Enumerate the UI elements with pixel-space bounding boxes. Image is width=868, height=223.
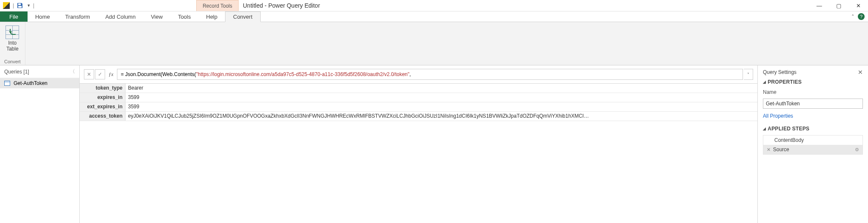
- menu-convert[interactable]: Convert: [225, 11, 261, 22]
- all-properties-link[interactable]: All Properties: [763, 113, 863, 119]
- step-label: ContentBody: [774, 137, 804, 143]
- queries-pane: Queries [1] 〈 Get-AuthToken: [0, 65, 80, 223]
- record-value: 3599: [125, 93, 757, 102]
- collapse-pane-icon[interactable]: 〈: [70, 68, 75, 75]
- record-grid: token_type Bearer expires_in 3599 ext_ex…: [80, 83, 757, 121]
- separator: |: [13, 3, 14, 8]
- settings-title: Query Settings: [763, 69, 796, 75]
- record-key: token_type: [80, 84, 125, 93]
- properties-section-header[interactable]: ◢ PROPERTIES: [763, 79, 863, 85]
- into-table-icon: [6, 25, 19, 39]
- cancel-formula-button[interactable]: ✕: [84, 69, 94, 79]
- into-table-button[interactable]: Into Table: [6, 25, 19, 52]
- applied-step[interactable]: ContentBody: [763, 135, 862, 145]
- save-icon[interactable]: [17, 2, 23, 9]
- query-item-label: Get-AuthToken: [14, 80, 47, 86]
- query-settings-pane: Query Settings ✕ ◢ PROPERTIES Name All P…: [758, 65, 868, 223]
- close-settings-icon[interactable]: ✕: [858, 69, 863, 76]
- queries-pane-title: Queries [1]: [4, 69, 29, 75]
- query-item[interactable]: Get-AuthToken: [0, 78, 79, 88]
- formula-suffix: ,: [409, 71, 411, 77]
- query-name-input[interactable]: [763, 99, 863, 109]
- menu-help[interactable]: Help: [198, 11, 225, 22]
- menu-add-column[interactable]: Add Column: [97, 11, 143, 22]
- name-label: Name: [763, 89, 863, 95]
- record-row[interactable]: token_type Bearer: [80, 84, 757, 93]
- gear-icon[interactable]: ⚙: [855, 147, 859, 152]
- triangle-down-icon: ◢: [763, 127, 766, 131]
- record-row[interactable]: access_token eyJ0eXAiOiJKV1QiLCJub25jZSI…: [80, 112, 757, 121]
- applied-step[interactable]: ✕ Source ⚙: [763, 145, 862, 154]
- record-value: 3599: [125, 102, 757, 111]
- menu-transform[interactable]: Transform: [58, 11, 98, 22]
- triangle-down-icon: ◢: [763, 80, 766, 84]
- record-value: Bearer: [125, 84, 757, 93]
- contextual-tab-label: Record Tools: [196, 0, 239, 11]
- formula-bar: ✕ ✓ ƒx = Json.Document(Web.Contents("htt…: [80, 65, 757, 83]
- close-button[interactable]: ✕: [849, 0, 868, 11]
- minimize-button[interactable]: —: [810, 0, 829, 11]
- window-title: Untitled - Power Query Editor: [243, 2, 320, 9]
- menu-tools[interactable]: Tools: [170, 11, 198, 22]
- record-key: ext_expires_in: [80, 102, 125, 111]
- formula-url: "https://login.microsoftonline.com/a5da9…: [196, 71, 410, 77]
- app-icon: [3, 2, 10, 9]
- svg-rect-1: [18, 6, 22, 8]
- applied-steps-section-header[interactable]: ◢ APPLIED STEPS: [763, 126, 863, 132]
- delete-step-icon[interactable]: ✕: [767, 147, 771, 152]
- maximize-button[interactable]: ▢: [829, 0, 849, 11]
- fx-icon[interactable]: ƒx: [106, 69, 116, 79]
- record-key: expires_in: [80, 93, 125, 102]
- commit-formula-button[interactable]: ✓: [95, 69, 105, 79]
- properties-label: PROPERTIES: [768, 79, 801, 85]
- menu-view[interactable]: View: [143, 11, 170, 22]
- expand-formula-icon[interactable]: ˅: [744, 69, 753, 80]
- collapse-ribbon-icon[interactable]: ˄: [851, 14, 854, 20]
- svg-rect-0: [18, 3, 21, 5]
- into-table-label: Into Table: [6, 40, 19, 52]
- record-value: eyJ0eXAiOiJKV1QiLCJub25jZSI6Im9OZ1M0UGpn…: [125, 112, 757, 121]
- formula-input[interactable]: = Json.Document(Web.Contents("https://lo…: [117, 69, 743, 80]
- ribbon-group-title: Convert: [4, 59, 21, 64]
- record-row[interactable]: ext_expires_in 3599: [80, 102, 757, 112]
- applied-steps-label: APPLIED STEPS: [768, 126, 810, 132]
- menu-file[interactable]: File: [0, 11, 28, 22]
- table-icon: [4, 81, 10, 86]
- menu-home[interactable]: Home: [28, 11, 58, 22]
- step-label: Source: [773, 147, 789, 152]
- qat-dropdown-icon[interactable]: ▼: [27, 3, 31, 8]
- record-row[interactable]: expires_in 3599: [80, 93, 757, 102]
- help-icon[interactable]: ?: [858, 13, 865, 20]
- separator: |: [33, 3, 34, 8]
- formula-prefix: = Json.Document(Web.Contents(: [121, 71, 196, 77]
- record-key: access_token: [80, 112, 125, 121]
- ribbon-group-convert: Into Table Convert: [0, 22, 25, 65]
